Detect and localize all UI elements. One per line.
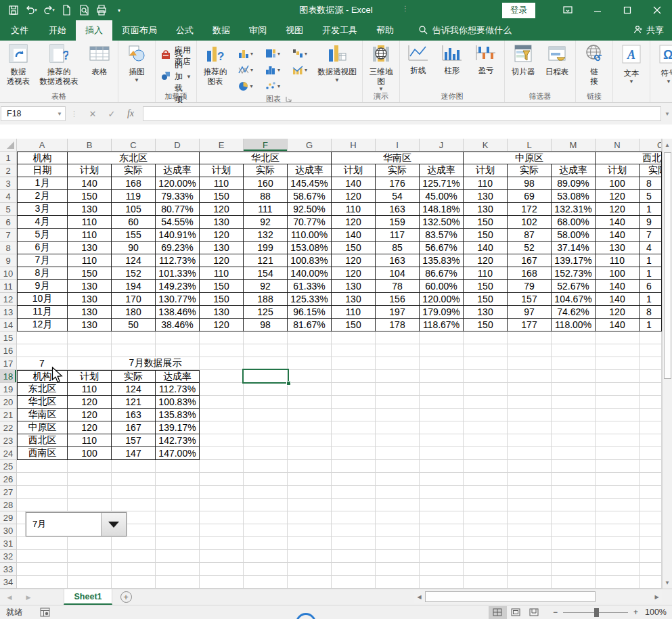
cell[interactable]: 157: [508, 293, 552, 306]
cell[interactable]: 96.15%: [288, 306, 332, 319]
waterfall-chart-button[interactable]: ▾: [286, 45, 313, 62]
cell[interactable]: 157: [112, 434, 156, 447]
column-header-K[interactable]: K: [464, 139, 508, 152]
cell[interactable]: [596, 550, 640, 563]
cell[interactable]: 37.14%: [552, 242, 596, 254]
cell[interactable]: [464, 383, 508, 396]
cell[interactable]: [244, 563, 288, 576]
cell[interactable]: 120: [200, 203, 244, 216]
sheet-tab-sheet1[interactable]: Sheet1: [64, 589, 112, 605]
cell[interactable]: [288, 421, 332, 434]
cell[interactable]: [332, 524, 376, 537]
cell[interactable]: 150: [200, 280, 244, 293]
maximize-button[interactable]: [612, 0, 642, 20]
cell[interactable]: [508, 357, 552, 370]
cell[interactable]: [17, 473, 68, 486]
column-header-F[interactable]: F: [244, 139, 288, 152]
column-header-I[interactable]: I: [376, 139, 420, 152]
cell[interactable]: [376, 434, 420, 447]
selected-cell-F18[interactable]: [242, 369, 289, 384]
cell[interactable]: 130: [68, 319, 112, 331]
cell[interactable]: [596, 537, 640, 550]
cell[interactable]: 199: [244, 242, 288, 254]
cell[interactable]: [376, 370, 420, 383]
cell[interactable]: [596, 447, 640, 460]
cell[interactable]: 167: [112, 421, 156, 434]
cell[interactable]: 153.08%: [288, 242, 332, 254]
cell[interactable]: [244, 511, 288, 524]
recommended-charts-button[interactable]: ? 推荐的 图表: [198, 42, 232, 91]
cell[interactable]: 华南区: [17, 409, 68, 421]
cell[interactable]: 120: [68, 396, 112, 409]
cell[interactable]: 177: [508, 319, 552, 331]
cell[interactable]: 150: [68, 267, 112, 280]
cell[interactable]: [200, 409, 244, 421]
cell[interactable]: [200, 396, 244, 409]
ribbon-display-options-icon[interactable]: [553, 0, 583, 20]
cell[interactable]: [200, 370, 244, 383]
cell[interactable]: [464, 460, 508, 473]
cell[interactable]: [288, 486, 332, 499]
cell[interactable]: 78: [376, 280, 420, 293]
cell[interactable]: 110.00%: [288, 229, 332, 242]
row-header-24[interactable]: 24: [0, 447, 17, 460]
cell[interactable]: 60.00%: [420, 280, 464, 293]
my-addins-button[interactable]: 我的加载项 ▼: [157, 68, 195, 85]
illustrations-button[interactable]: 插图 ▼: [120, 42, 154, 91]
cell[interactable]: 4: [640, 242, 662, 254]
cell[interactable]: 135.83%: [420, 254, 464, 267]
cell[interactable]: [288, 576, 332, 589]
cell[interactable]: [288, 447, 332, 460]
cell[interactable]: [464, 331, 508, 344]
cell[interactable]: [376, 447, 420, 460]
cell[interactable]: [376, 473, 420, 486]
cell[interactable]: [376, 357, 420, 370]
cell[interactable]: [376, 576, 420, 589]
cell[interactable]: [420, 473, 464, 486]
cell[interactable]: 194: [112, 280, 156, 293]
cell[interactable]: [288, 499, 332, 511]
cell[interactable]: 150: [332, 242, 376, 254]
cell[interactable]: [68, 550, 112, 563]
tab-home[interactable]: 开始: [39, 20, 76, 41]
cell[interactable]: 130: [200, 242, 244, 254]
cell[interactable]: [376, 486, 420, 499]
cell[interactable]: 168: [112, 177, 156, 190]
new-document-icon[interactable]: [58, 2, 74, 18]
cell[interactable]: [508, 331, 552, 344]
close-button[interactable]: [642, 0, 672, 20]
cell[interactable]: [112, 576, 156, 589]
zoom-out-icon[interactable]: −: [553, 607, 558, 617]
cell[interactable]: [508, 499, 552, 511]
cell[interactable]: [288, 344, 332, 357]
cell[interactable]: [508, 486, 552, 499]
cell[interactable]: [332, 550, 376, 563]
cell[interactable]: [288, 550, 332, 563]
row-header-5[interactable]: 5: [0, 203, 17, 216]
cell[interactable]: [156, 486, 200, 499]
cell[interactable]: [420, 409, 464, 421]
cell[interactable]: 120: [68, 421, 112, 434]
column-header-C[interactable]: C: [112, 139, 156, 152]
cell[interactable]: [420, 344, 464, 357]
row-header-4[interactable]: 4: [0, 190, 17, 203]
cell[interactable]: [508, 409, 552, 421]
cell[interactable]: 130: [200, 306, 244, 319]
cell[interactable]: 7月数据展示: [112, 357, 200, 370]
cell[interactable]: [376, 499, 420, 511]
cell[interactable]: 达成率: [156, 164, 200, 177]
row-header-8[interactable]: 8: [0, 242, 17, 254]
slicer-button[interactable]: 切片器: [506, 42, 540, 91]
cell[interactable]: 121: [244, 254, 288, 267]
cell[interactable]: 7: [640, 229, 662, 242]
cell[interactable]: 159: [376, 216, 420, 229]
cell[interactable]: 120: [68, 409, 112, 421]
row-header-13[interactable]: 13: [0, 306, 17, 319]
cell[interactable]: [244, 434, 288, 447]
cell[interactable]: 5月: [17, 229, 68, 242]
cell[interactable]: [640, 409, 662, 421]
cell[interactable]: [596, 383, 640, 396]
cell[interactable]: [288, 473, 332, 486]
cell[interactable]: [332, 447, 376, 460]
cell[interactable]: [112, 486, 156, 499]
